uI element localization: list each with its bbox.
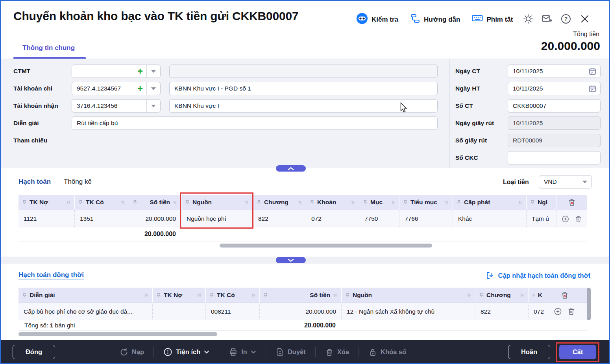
column-header-tk-no[interactable]: TK Nợ (18, 195, 74, 210)
cell-cap-phat[interactable]: Khác (453, 210, 526, 227)
currency-chevron-down-icon[interactable] (578, 176, 592, 188)
print-button[interactable]: In (229, 347, 256, 357)
delete-row-icon[interactable] (567, 307, 575, 316)
print-label: In (241, 348, 247, 356)
close-form-button[interactable]: Đóng (13, 345, 55, 359)
expand-section-button[interactable] (276, 257, 306, 263)
simultaneous-vscrollbar[interactable] (587, 288, 591, 320)
ctmt-desc-field[interactable] (169, 65, 438, 78)
keyboard-icon (472, 14, 483, 25)
simultaneous-hscrollbar[interactable] (18, 332, 217, 336)
lock-button[interactable]: Khóa sổ (368, 348, 406, 357)
debit-account-combo[interactable]: 9527.4.1234567 + (72, 82, 161, 95)
cell-so-tien[interactable]: 20.000.000 (129, 210, 181, 227)
cell-khoan[interactable]: 072 (306, 210, 359, 227)
ctmt-chevron-down-icon[interactable] (146, 65, 160, 78)
cell-muc[interactable]: 7750 (359, 210, 399, 227)
cell-dien-giai[interactable]: Cấp bù học phí cho cơ sở giáo dục đà... (18, 303, 152, 320)
form-column-divider (449, 59, 450, 168)
date-ht-calendar-icon[interactable] (588, 84, 597, 95)
debit-account-value: 9527.4.1234567 (77, 85, 137, 92)
simultaneous-title-link[interactable]: Hạch toán đồng thời (18, 271, 84, 279)
pin-icon (185, 200, 190, 205)
collapse-form-button[interactable] (276, 165, 306, 172)
settings-button[interactable] (521, 13, 535, 26)
cell-tk-co[interactable]: 1351 (74, 210, 129, 227)
tab-thong-ke[interactable]: Thống kê (64, 178, 92, 186)
ckc-field[interactable] (508, 151, 601, 164)
debit-account-desc: KBNN Khu vực I - PGD số 1 (174, 85, 251, 92)
sort-icon (444, 200, 449, 205)
column-header-cap-phat[interactable]: Cấp phát (453, 195, 526, 210)
cell-chuong[interactable]: 822 (475, 303, 528, 320)
close-button[interactable] (578, 13, 592, 26)
doc-no-field[interactable]: CKKB00007 (508, 99, 601, 113)
pin-icon (263, 292, 268, 298)
delete-all-rows-button[interactable] (546, 288, 583, 303)
column-header-ngl[interactable]: Ngl (526, 195, 556, 210)
add-row-icon[interactable] (554, 307, 562, 316)
withdraw-date-label: Ngày giấy rút (455, 120, 494, 127)
column-header-so-tien[interactable]: Số tiền (129, 195, 181, 210)
cell-so-tien[interactable]: 20.000.000 (259, 303, 341, 320)
delete-button[interactable]: Xóa (325, 348, 349, 357)
simultaneous-table-row[interactable]: Cấp bù học phí cho cơ sở giáo dục đà... … (18, 303, 587, 320)
pin-icon (22, 292, 27, 298)
column-header-tk-no[interactable]: TK Nợ (152, 288, 205, 303)
column-header-tk-co[interactable]: TK Có (205, 288, 259, 303)
cell-chuong[interactable]: 822 (253, 210, 306, 227)
mail-send-icon (542, 14, 553, 25)
ctmt-combo[interactable]: + (72, 65, 161, 78)
column-header-k[interactable]: K (528, 288, 546, 303)
debit-account-desc-field[interactable]: KBNN Khu vực I - PGD số 1 (169, 82, 438, 95)
tab-hach-toan[interactable]: Hạch toán (18, 178, 51, 186)
column-header-chuong[interactable]: Chương (475, 288, 528, 303)
utilities-button[interactable]: Tiện ích (163, 347, 209, 357)
description-field[interactable]: Rút tiền cấp bù (72, 116, 438, 130)
approve-button[interactable]: Duyệt (275, 348, 306, 357)
help-button[interactable]: ? (559, 13, 573, 26)
credit-chevron-down-icon[interactable] (146, 100, 160, 112)
currency-select[interactable]: VND (539, 175, 592, 188)
accounting-hscrollbar[interactable] (220, 244, 432, 248)
column-header-dien-giai[interactable]: Diễn giải (18, 288, 152, 303)
date-ct-calendar-icon[interactable] (588, 67, 597, 78)
delete-all-rows-button[interactable] (556, 195, 587, 210)
save-button[interactable]: Cất (559, 345, 596, 359)
check-button[interactable]: Kiểm tra (353, 12, 401, 27)
column-header-khoan[interactable]: Khoản (306, 195, 359, 210)
column-header-nguon[interactable]: Nguồn (181, 195, 253, 210)
column-header-muc[interactable]: Mục (359, 195, 399, 210)
cell-tk-co[interactable]: 008211 (205, 303, 259, 320)
column-header-chuong[interactable]: Chương (253, 195, 306, 210)
sort-icon (244, 200, 249, 205)
cell-tk-no[interactable]: 1121 (18, 210, 74, 227)
cell-tk-no[interactable] (152, 303, 205, 320)
date-ht-field[interactable]: 10/11/2025 (508, 82, 601, 95)
shortcut-button[interactable]: Phím tắt (469, 13, 516, 26)
add-row-icon[interactable] (562, 215, 569, 223)
currency-label: Loại tiền (503, 179, 529, 186)
delete-row-icon[interactable] (575, 215, 582, 223)
credit-account-desc-field[interactable]: KBNN Khu vực I (169, 99, 438, 113)
column-header-nguon[interactable]: Nguồn (341, 288, 475, 303)
pin-icon (345, 292, 350, 298)
date-ct-field[interactable]: 10/11/2025 (508, 65, 601, 78)
cell-nguon[interactable]: 12 - Ngân sách Xã không tự chủ (341, 303, 475, 320)
column-header-tieu-muc[interactable]: Tiểu mục (399, 195, 453, 210)
postpone-button[interactable]: Hoãn (508, 345, 550, 359)
guide-button[interactable]: Hướng dẫn (407, 13, 463, 26)
update-simultaneous-link[interactable]: Cập nhật hạch toán đồng thời (486, 271, 590, 280)
reload-button[interactable]: Nạp (120, 348, 144, 357)
accounting-table-row[interactable]: 1121 1351 20.000.000 Nguồn học phí 822 0… (18, 210, 587, 227)
debit-chevron-down-icon[interactable] (146, 82, 160, 95)
credit-account-combo[interactable]: 3716.4.123456 (72, 99, 161, 113)
cell-ngl[interactable]: Tạm ú (526, 210, 556, 227)
column-header-tk-co[interactable]: TK Có (74, 195, 129, 210)
cell-nguon[interactable]: Nguồn học phí (181, 210, 253, 227)
tab-thong-tin-chung[interactable]: Thông tin chung (22, 44, 75, 52)
cell-k[interactable]: 072 (528, 303, 546, 320)
column-header-so-tien[interactable]: Số tiền (259, 288, 341, 303)
cell-tieu-muc[interactable]: 7766 (399, 210, 453, 227)
mail-button[interactable] (540, 13, 554, 26)
